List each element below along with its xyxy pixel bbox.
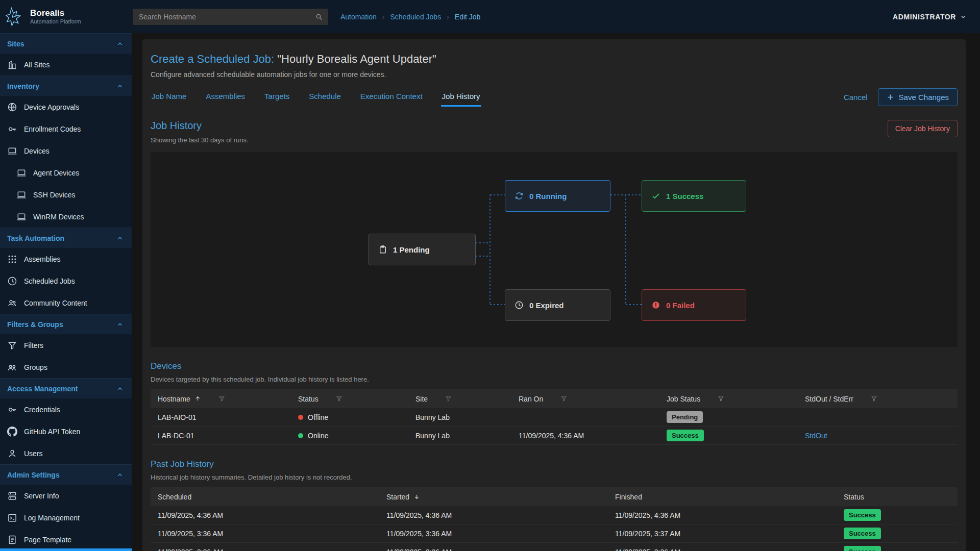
sidebar-item-server-info[interactable]: Server Info — [0, 485, 132, 507]
filter-icon[interactable] — [336, 395, 342, 402]
table-row: 11/09/2025, 3:36 AM 11/09/2025, 3:36 AM … — [151, 524, 958, 543]
column-header-ran-on[interactable]: Ran On — [519, 395, 667, 403]
column-header-status[interactable]: Status — [298, 395, 415, 403]
sidebar-section-access-management[interactable]: Access Management — [0, 378, 132, 398]
sidebar-item-filters[interactable]: Filters — [0, 334, 132, 356]
sidebar-item-github-api-token[interactable]: GitHub API Token — [0, 420, 132, 442]
column-label: Scheduled — [158, 493, 191, 501]
column-header-site[interactable]: Site — [415, 395, 519, 403]
cancel-button[interactable]: Cancel — [844, 93, 868, 102]
tab-schedule[interactable]: Schedule — [308, 88, 342, 107]
sidebar-item-ssh-devices[interactable]: SSH Devices — [0, 184, 132, 206]
sidebar-item-label: Log Management — [24, 514, 80, 522]
column-header-hostname[interactable]: Hostname — [158, 395, 298, 403]
sidebar-item-all-sites[interactable]: All Sites — [0, 54, 132, 76]
tab-assemblies[interactable]: Assemblies — [205, 88, 246, 107]
clear-job-history-button[interactable]: Clear Job History — [888, 120, 958, 137]
sidebar-item-groups[interactable]: Groups — [0, 356, 132, 378]
breadcrumb-automation[interactable]: Automation — [340, 13, 377, 21]
tab-job-name[interactable]: Job Name — [151, 88, 187, 107]
sidebar-item-enrollment-codes[interactable]: Enrollment Codes — [0, 118, 132, 140]
tab-targets[interactable]: Targets — [263, 88, 290, 107]
column-label: Status — [298, 395, 318, 403]
page-title-prefix: Create a Scheduled Job: — [151, 53, 274, 65]
column-header-job-status[interactable]: Job Status — [667, 395, 805, 403]
breadcrumb-edit-job[interactable]: Edit Job — [455, 13, 481, 21]
sidebar-section-filters-groups[interactable]: Filters & Groups — [0, 314, 132, 334]
tab-job-history[interactable]: Job History — [441, 88, 481, 107]
flow-node-pending[interactable]: 1 Pending — [369, 234, 476, 265]
column-header-stdout[interactable]: StdOut / StdErr — [805, 395, 958, 403]
sidebar-item-label: Device Approvals — [24, 103, 79, 111]
ran-on-cell: 11/09/2025, 4:36 AM — [519, 432, 667, 440]
flow-node-failed[interactable]: 0 Failed — [642, 289, 746, 321]
filter-icon[interactable] — [871, 395, 877, 402]
clock-icon — [7, 276, 17, 286]
sidebar-section-sites[interactable]: Sites — [0, 33, 132, 54]
column-label: Finished — [615, 493, 642, 501]
sidebar-item-device-approvals[interactable]: Device Approvals — [0, 96, 132, 118]
key-icon — [7, 405, 17, 415]
sidebar-item-winrm-devices[interactable]: WinRM Devices — [0, 206, 132, 228]
sidebar-item-assemblies[interactable]: Assemblies — [0, 248, 132, 270]
sidebar-item-scheduled-jobs[interactable]: Scheduled Jobs — [0, 270, 132, 292]
sidebar-item-community-content[interactable]: Community Content — [0, 292, 132, 314]
sidebar-item-users[interactable]: Users — [0, 442, 132, 464]
flow-node-label: 0 Expired — [529, 301, 564, 310]
brand-subtitle: Automation Platform — [30, 18, 81, 25]
flow-node-label: 1 Success — [666, 192, 703, 201]
status-cell: Online — [298, 432, 415, 440]
user-menu[interactable]: ADMINISTRATOR — [893, 13, 967, 21]
sidebar-scroll-indicator[interactable] — [0, 548, 132, 551]
chevron-up-icon — [116, 40, 124, 47]
site-cell: Bunny Lab — [415, 432, 519, 440]
column-header-finished[interactable]: Finished — [615, 493, 844, 501]
finished-cell: 11/09/2025, 2:36 AM — [615, 548, 844, 551]
user-menu-label: ADMINISTRATOR — [893, 13, 956, 21]
filter-icon[interactable] — [218, 395, 225, 402]
flow-node-success[interactable]: 1 Success — [642, 180, 746, 212]
sidebar-item-log-management[interactable]: Log Management — [0, 507, 132, 529]
column-header-scheduled[interactable]: Scheduled — [158, 493, 386, 501]
page-title-job-name: "Hourly Borealis Agent Updater" — [277, 53, 436, 65]
finished-cell: 11/09/2025, 3:37 AM — [615, 530, 844, 538]
filter-icon[interactable] — [718, 395, 724, 402]
column-label: Ran On — [519, 395, 543, 403]
filter-icon[interactable] — [560, 395, 567, 402]
column-header-status[interactable]: Status — [844, 493, 958, 501]
column-header-started[interactable]: Started — [386, 493, 615, 501]
sidebar-item-label: Users — [24, 449, 43, 458]
devices-heading: Devices — [151, 361, 958, 371]
job-history-subtitle: Showing the last 30 days of runs. — [151, 136, 249, 144]
tab-execution-context[interactable]: Execution Context — [359, 88, 424, 107]
sidebar-item-credentials[interactable]: Credentials — [0, 398, 132, 420]
sidebar-item-devices[interactable]: Devices — [0, 140, 132, 162]
page-subtitle: Configure advanced schedulable automatio… — [151, 70, 958, 79]
breadcrumb-scheduled-jobs[interactable]: Scheduled Jobs — [390, 13, 442, 21]
flow-node-expired[interactable]: 0 Expired — [505, 289, 610, 321]
flow-node-running[interactable]: 0 Running — [505, 180, 610, 212]
sidebar-section-inventory[interactable]: Inventory — [0, 76, 132, 96]
laptop-icon — [16, 190, 27, 200]
laptop-icon — [7, 146, 17, 156]
filter-icon[interactable] — [445, 395, 452, 402]
sidebar-item-label: Assemblies — [24, 255, 61, 263]
hostname-search[interactable] — [133, 9, 328, 25]
breadcrumb: Automation › Scheduled Jobs › Edit Job — [340, 13, 480, 21]
people-icon — [7, 362, 17, 372]
chevron-up-icon — [116, 321, 124, 328]
search-icon — [315, 13, 323, 21]
sidebar-item-agent-devices[interactable]: Agent Devices — [0, 162, 132, 184]
sidebar-section-task-automation[interactable]: Task Automation — [0, 228, 132, 248]
search-input[interactable] — [138, 12, 315, 21]
edit-job-panel: Create a Scheduled Job: "Hourly Borealis… — [142, 39, 966, 551]
section-label: Filters & Groups — [7, 320, 63, 329]
sidebar-item-label: Community Content — [24, 299, 87, 307]
sidebar-section-admin-settings[interactable]: Admin Settings — [0, 464, 132, 485]
sidebar-item-page-template[interactable]: Page Template — [0, 529, 132, 550]
save-changes-button[interactable]: Save Changes — [878, 88, 958, 106]
stdout-link[interactable]: StdOut — [805, 432, 827, 440]
started-cell: 11/09/2025, 4:36 AM — [386, 511, 615, 519]
column-label: StdOut / StdErr — [805, 395, 853, 403]
sidebar-item-label: Server Info — [24, 492, 59, 500]
